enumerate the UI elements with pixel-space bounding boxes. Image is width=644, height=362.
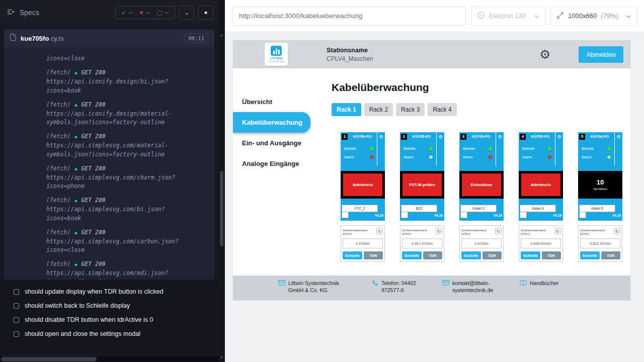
schleife-button[interactable]: Schleife: [343, 251, 362, 259]
nav-item-ein-und-ausgänge[interactable]: Ein- und Ausgänge: [233, 133, 319, 153]
scroll-up-icon[interactable]: ▲: [218, 33, 225, 37]
log-status: GET 200: [81, 69, 105, 76]
card-number: 2: [401, 134, 407, 140]
test-box-icon: [14, 303, 19, 309]
log-entry[interactable]: (fetch) ● GET 200 https://api.iconify.de…: [4, 101, 196, 127]
cable-monitor-card: 4 KÜ705-FO ⚙ Betrieb Alarm: [519, 132, 563, 262]
measurement-value: 0.812 KOhm: [402, 238, 442, 248]
test-row[interactable]: should disable TDR button when tdrActive…: [0, 313, 218, 327]
tdr-button[interactable]: TDR: [601, 251, 621, 259]
nav-item-kabelüberwachung[interactable]: Kabelüberwachung: [233, 112, 310, 133]
measurement-panel: Schleifenwiderstand [kOhm] ↻ 0.645 KOhm …: [519, 225, 563, 262]
littwin-logo: LITTWIN SYSTEMTECHNIK: [265, 43, 288, 66]
betrieb-led: [370, 147, 373, 150]
stop-button[interactable]: ■: [198, 6, 213, 20]
betrieb-led: [489, 147, 492, 150]
cable-name: B23: [401, 205, 437, 212]
book-icon: [520, 280, 527, 286]
hscroll-thumb[interactable]: [1, 357, 97, 361]
app-main: Kabelüberwachung Rack 1Rack 2Rack 3Rack …: [319, 68, 630, 276]
reporter-vscrollbar[interactable]: ▲ ▼: [218, 0, 225, 362]
test-row[interactable]: should switch back to Schleife display: [0, 299, 218, 313]
tab-rack-4[interactable]: Rack 4: [428, 103, 456, 116]
schleife-button[interactable]: Schleife: [402, 251, 422, 259]
refresh-icon[interactable]: ↻: [436, 228, 442, 234]
browser-select[interactable]: Electron 130: [471, 7, 545, 26]
measurement-label: Schleifenwiderstand [kOhm]: [343, 228, 376, 236]
alarm-led: [489, 155, 492, 159]
viewport-icon: [556, 12, 564, 21]
status-display: Aderbruch: [341, 171, 385, 199]
vscroll-thumb[interactable]: [220, 171, 223, 246]
schleife-button[interactable]: Schleife: [580, 251, 600, 259]
url-input[interactable]: [232, 7, 466, 26]
test-list: should update display when TDR button is…: [0, 280, 218, 355]
tab-rack-3[interactable]: Rack 3: [396, 103, 425, 116]
specs-menu[interactable]: Specs: [7, 9, 39, 17]
card-side-column: [377, 141, 385, 166]
status-text: Aderbruch: [531, 183, 551, 188]
log-status: GET 200: [81, 101, 105, 108]
refresh-icon[interactable]: ↻: [554, 228, 561, 234]
nav-item-analoge-eingänge[interactable]: Analoge Eingänge: [233, 153, 319, 174]
viewport-select[interactable]: 1000x660 (79%): [550, 7, 637, 26]
card-settings-icon[interactable]: ⚙: [436, 132, 444, 141]
test-row[interactable]: should update display when TDR button is…: [0, 285, 218, 299]
test-row[interactable]: should open and close the settings modal: [0, 327, 218, 341]
tab-rack-2[interactable]: Rack 2: [364, 103, 393, 116]
card-settings-icon[interactable]: ⚙: [496, 132, 504, 141]
measurement-value: 0 KOhm: [343, 238, 383, 248]
browser-toolbar: Electron 130 1000x660 (79%): [225, 0, 644, 32]
card-settings-icon[interactable]: ⚙: [377, 132, 385, 141]
cable-monitor-card: 1 KÜ706-FO ⚙ Betrieb Alarm: [341, 132, 385, 262]
tdr-button[interactable]: TDR: [482, 251, 502, 259]
schleife-button[interactable]: Schleife: [461, 251, 481, 259]
tdr-button[interactable]: TDR: [423, 251, 443, 259]
stat-failed: ✕--: [139, 9, 150, 16]
log-entry[interactable]: (fetch) ● GET 200 https://api.iconify.de…: [4, 69, 196, 95]
refresh-icon[interactable]: ↻: [495, 228, 502, 234]
spec-row[interactable]: kue705fo.cy.ts 00:11: [4, 29, 214, 47]
refresh-icon[interactable]: ↻: [614, 228, 620, 234]
app-frame: LITTWIN SYSTEMTECHNIK Stationsname CPLV4…: [233, 40, 630, 300]
log-entry[interactable]: (fetch) ● GET 200 https://api.simplesvg.…: [4, 260, 196, 280]
card-device-panel: 2 KÜ705-FO ⚙ Betrieb Alarm: [400, 132, 444, 221]
log-entry[interactable]: (fetch) ● GET 200 https://api.simplesvg.…: [4, 133, 196, 159]
betrieb-label: Betrieb: [404, 146, 416, 151]
tdr-button[interactable]: TDR: [542, 251, 561, 259]
betrieb-led: [607, 147, 611, 150]
test-box-icon: [14, 317, 19, 323]
cable-name: Kabel 5: [579, 205, 615, 212]
card-settings-icon[interactable]: ⚙: [555, 132, 563, 141]
footer-email: kontakt@littwin-systemtechnik.de: [442, 280, 503, 294]
measurement-label: Schleifenwiderstand [kOhm]: [402, 228, 436, 236]
logout-button[interactable]: Abmelden: [579, 46, 623, 63]
footer-manuals[interactable]: Handbücher: [520, 280, 558, 287]
settings-gear-icon[interactable]: ⚙: [539, 48, 550, 61]
log-entry[interactable]: (fetch) ● GET 200 https://api.simplesvg.…: [4, 229, 196, 255]
tab-rack-1[interactable]: Rack 1: [332, 103, 361, 116]
log-entry[interactable]: (fetch) ● GET 200 https://api.simplesvg.…: [4, 197, 196, 223]
cable-monitor-card: 2 KÜ705-FO ⚙ Betrieb Alarm: [400, 132, 444, 262]
card-model-label: KÜ705-FO: [407, 134, 436, 139]
specs-list-icon: [7, 9, 15, 17]
reporter-hscrollbar[interactable]: [0, 355, 218, 362]
card-number: 5: [579, 134, 585, 140]
alarm-label: Alarm: [344, 155, 354, 159]
spec-name: kue705fo.cy.ts: [21, 35, 64, 42]
card-settings-icon[interactable]: ⚙: [614, 132, 622, 141]
stat-pending: ◯--: [157, 9, 169, 16]
nav-item-übersicht[interactable]: Übersicht: [233, 92, 319, 112]
schleife-button[interactable]: Schleife: [521, 251, 540, 259]
scroll-down-icon[interactable]: ▼: [218, 355, 225, 359]
log-status: GET 200: [81, 133, 105, 140]
alarm-label: Alarm: [582, 155, 592, 159]
log-entry[interactable]: (fetch) ● GET 200 https://api.simplesvg.…: [4, 165, 196, 191]
log-url: https://api.simplesvg.com/bi.json?icons=…: [46, 205, 196, 223]
refresh-icon[interactable]: ↻: [376, 228, 383, 234]
collapse-all-button[interactable]: ⌄: [179, 6, 194, 20]
measurement-panel: Schleifenwiderstand [kOhm] ↻ 0.812 KOhm …: [400, 225, 444, 262]
chevron-down-icon: [626, 12, 631, 20]
measurement-panel: Schleifenwiderstand [kOhm] ↻ 0 KOhm Schl…: [459, 225, 504, 262]
tdr-button[interactable]: TDR: [364, 251, 383, 259]
